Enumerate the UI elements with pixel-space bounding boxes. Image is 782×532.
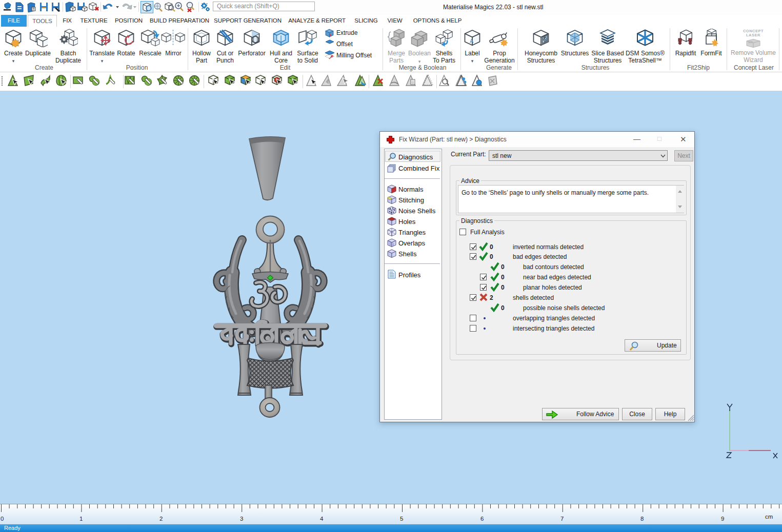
svg-text:1: 1: [79, 516, 83, 522]
svg-text:2: 2: [159, 516, 163, 522]
svg-text:6: 6: [480, 516, 484, 522]
svg-text:A: A: [470, 38, 474, 44]
svg-text:7: 7: [560, 516, 564, 522]
svg-text:4: 4: [320, 516, 324, 522]
svg-text:3: 3: [240, 516, 243, 522]
svg-text:9: 9: [721, 516, 724, 522]
svg-text:0: 0: [1, 516, 4, 522]
svg-text:8: 8: [640, 516, 644, 522]
svg-text:cm: cm: [765, 514, 773, 520]
svg-text:5: 5: [400, 516, 403, 522]
